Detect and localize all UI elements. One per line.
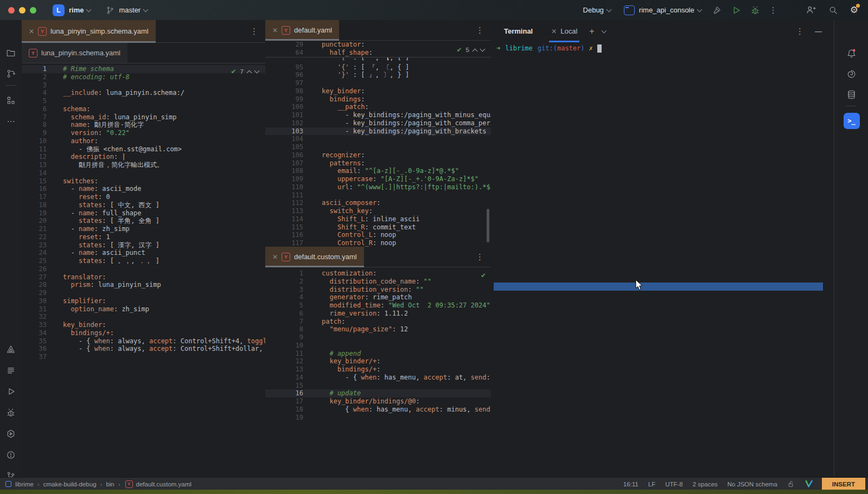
breadcrumb-bin[interactable]: bin <box>106 481 114 487</box>
code-line[interactable]: 15switches: <box>22 177 265 185</box>
project-folder-icon[interactable] <box>0 45 22 61</box>
code-line[interactable]: 8 name: 朙月拼音·简化字 <box>22 121 265 129</box>
code-line[interactable]: 22 reset: 1 <box>22 233 265 241</box>
close-icon[interactable]: ✕ <box>551 28 557 35</box>
new-terminal-button[interactable]: + <box>589 27 594 36</box>
ai-assistant-icon[interactable] <box>834 66 868 82</box>
vcs-widget[interactable]: master <box>106 6 148 15</box>
code-line[interactable]: 14 - { when: has_menu, accept: at, send:… <box>265 374 491 382</box>
run-button[interactable] <box>731 5 741 15</box>
next-problem-icon[interactable] <box>254 68 260 74</box>
code-line[interactable]: 102 - key_bindings:/paging_with_comma_pe… <box>265 119 491 127</box>
code-line[interactable]: 110 url: "^(www[.]|https?:|ftp:|mailto:)… <box>265 183 491 191</box>
code-line[interactable]: 11 - 佛振 <chen.sst@gmail.com> <box>22 145 265 153</box>
build-lines-icon[interactable] <box>0 362 22 378</box>
code-line[interactable]: 9 <box>265 333 491 342</box>
code-line[interactable]: 15 <box>265 382 491 390</box>
code-line[interactable]: 12 key_binder/+: <box>265 357 491 365</box>
terminal-icon[interactable]: >_ <box>834 113 868 129</box>
code-line[interactable]: 24 - name: ascii_punct <box>22 249 265 257</box>
code-editor[interactable]: 95 '{' : [ 『, 〔, { ]96 '}' : [ 』, 〕, } ]… <box>265 62 491 247</box>
close-icon[interactable]: ✕ <box>272 253 278 261</box>
next-problem-icon[interactable] <box>480 47 486 52</box>
structure-icon[interactable] <box>0 92 22 108</box>
caret-position[interactable]: 16:11 <box>623 481 639 487</box>
code-line[interactable]: 97 <box>265 79 491 87</box>
code-with-me-icon[interactable] <box>806 5 816 15</box>
code-line[interactable]: 95 '{' : [ 『, 〔, { ] <box>265 63 491 72</box>
code-line[interactable]: 18 { when: has_menu, accept: minus, send… <box>265 406 491 414</box>
code-line[interactable]: 1customization: <box>265 270 491 278</box>
code-line[interactable]: 5 <box>22 97 265 105</box>
tab-default-yaml[interactable]: ✕ Y default.yaml <box>265 20 339 40</box>
code-line[interactable]: 101 - key_bindings:/paging_with_minus_eq… <box>265 111 491 119</box>
code-line[interactable]: 11 # append <box>265 350 491 358</box>
tab-options-kebab-icon[interactable]: ⋮ <box>476 252 484 262</box>
code-line[interactable]: 116 Control_L: noop <box>265 231 491 239</box>
breadcrumb-cmake-build-debug[interactable]: cmake-build-debug <box>43 481 97 487</box>
code-line[interactable]: 35 - { when: always, accept: Control+Shi… <box>22 337 265 345</box>
code-line[interactable]: 108 email: "^[a-z][-_.0-9a-z]*@.*$" <box>265 167 491 175</box>
code-line[interactable]: 13 bindings/+: <box>265 365 491 374</box>
code-line[interactable]: 103 - key_bindings:/paging_with_brackets <box>265 127 491 136</box>
run-tool-icon[interactable] <box>0 383 22 400</box>
code-line[interactable]: 6 rime_version: 1.11.2 <box>265 310 491 318</box>
code-line[interactable]: 4__include: luna_pinyin.schema:/ <box>22 89 265 97</box>
code-line[interactable]: 111 <box>265 191 491 200</box>
terminal-options-kebab-icon[interactable]: ⋮ <box>796 27 804 36</box>
code-line[interactable]: 21 - name: zh_simp <box>22 225 265 233</box>
more-tool-windows-icon[interactable]: ⋯ <box>0 113 22 130</box>
code-line[interactable]: 113 switch_key: <box>265 207 491 215</box>
code-line[interactable]: 13 朙月拼音，简化字輸出模式。 <box>22 161 265 169</box>
code-line[interactable]: 3 <box>22 81 265 89</box>
notifications-bell-icon[interactable] <box>834 45 868 61</box>
terminal-tab-local[interactable]: ✕ Local <box>549 20 579 42</box>
run-config-selector[interactable]: rime_api_console <box>624 5 701 15</box>
code-line[interactable]: 96 '}' : [ 』, 〕, } ] <box>265 71 491 79</box>
code-line[interactable]: 98key_binder: <box>265 87 491 95</box>
code-line[interactable]: 1# Rime schema <box>22 65 265 73</box>
code-line[interactable]: 117 Control_R: noop <box>265 239 491 247</box>
code-line[interactable]: 19 - name: full_shape <box>22 209 265 217</box>
code-line[interactable]: 3 distribution_version: "" <box>265 286 491 294</box>
inspections-widget[interactable]: ✔ 7 <box>231 68 259 75</box>
chevron-down-icon[interactable] <box>601 28 607 34</box>
zoom-window-button[interactable] <box>30 7 36 14</box>
code-line[interactable]: 10 <box>265 342 491 350</box>
file-encoding[interactable]: UTF-8 <box>665 481 683 487</box>
code-line[interactable]: 17 reset: 0 <box>22 193 265 201</box>
code-line[interactable]: 6schema: <box>22 105 265 113</box>
code-line[interactable]: 106recognizer: <box>265 151 491 159</box>
code-line[interactable]: 16 # update <box>265 389 491 397</box>
unlocked-icon[interactable] <box>787 480 795 488</box>
services-icon[interactable] <box>0 426 22 442</box>
search-icon[interactable] <box>828 5 838 15</box>
code-line[interactable]: 105 <box>265 143 491 151</box>
code-line[interactable]: 19 <box>265 414 491 422</box>
code-line[interactable]: 29 <box>22 289 265 297</box>
code-line[interactable]: 107 patterns: <box>265 159 491 168</box>
code-line[interactable]: 33key_binder: <box>22 321 265 329</box>
code-line[interactable]: 2 distribution_code_name: "" <box>265 278 491 286</box>
code-line[interactable]: 5 modified_time: "Wed Oct 2 09:35:27 202… <box>265 301 491 310</box>
tab-luna-pinyin-schema[interactable]: Y luna_pinyin.schema.yaml <box>22 43 127 63</box>
code-line[interactable]: 104 <box>265 135 491 143</box>
code-line[interactable]: 115 Shift_R: commit_text <box>265 223 491 232</box>
commit-icon[interactable] <box>0 66 22 82</box>
problems-icon[interactable] <box>0 447 22 463</box>
tab-options-kebab-icon[interactable]: ⋮ <box>250 27 258 36</box>
close-window-button[interactable] <box>8 7 15 14</box>
prev-problem-icon[interactable] <box>247 70 252 75</box>
tab-luna-pinyin-simp-schema[interactable]: ✕ Y luna_pinyin_simp.schema.yaml <box>22 20 156 42</box>
vim-mode-badge[interactable]: INSERT <box>822 478 865 490</box>
code-line[interactable]: 9 version: "0.22" <box>22 129 265 137</box>
code-line[interactable]: 27translator: <box>22 273 265 281</box>
code-line[interactable]: 14 <box>22 169 265 177</box>
build-hammer-icon[interactable] <box>712 5 722 15</box>
code-line[interactable]: 112ascii_composer: <box>265 199 491 207</box>
code-line[interactable]: 20 states: [ 半角, 全角 ] <box>22 217 265 225</box>
minimize-window-button[interactable] <box>19 7 25 14</box>
breadcrumb-librime[interactable]: librime <box>15 481 34 487</box>
code-line[interactable]: 30simplifier: <box>22 297 265 305</box>
inspections-widget[interactable]: ✔ 5 <box>457 46 484 54</box>
